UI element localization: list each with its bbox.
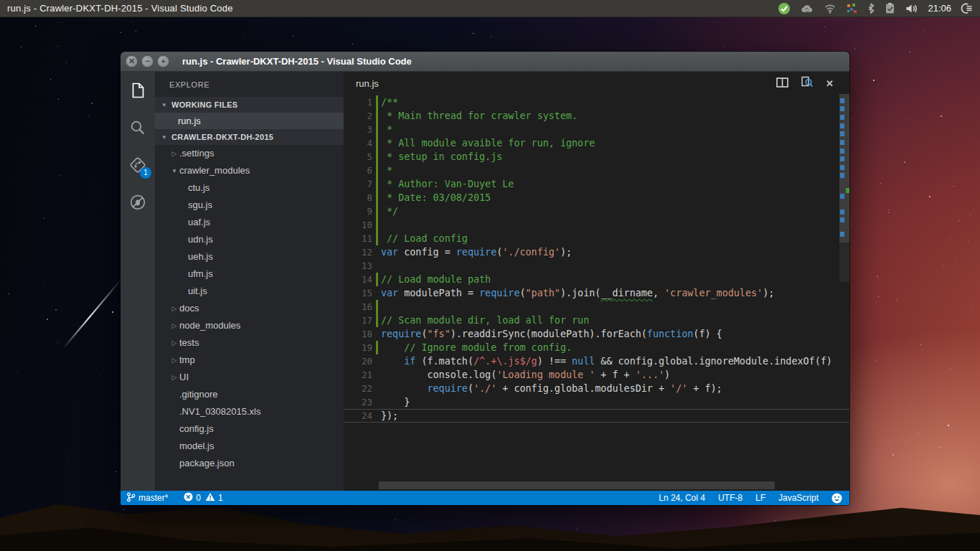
presence-check-icon[interactable]	[778, 2, 791, 15]
code-text: var config = require('./config');	[381, 247, 572, 258]
code-line-16[interactable]: 16	[344, 300, 849, 314]
code-line-14[interactable]: 14// Load module path	[344, 273, 849, 286]
line-number: 9	[344, 206, 372, 217]
split-editor-icon[interactable]	[776, 77, 788, 90]
code-text: * setup in config.js	[381, 151, 502, 162]
scrollbar-track-shade	[839, 242, 849, 282]
tree-folder-docs[interactable]: ▷docs	[155, 300, 344, 317]
tree-file-uaf.js[interactable]: uaf.js	[155, 214, 344, 231]
code-line-5[interactable]: 5 * setup in config.js	[344, 150, 849, 164]
activity-debug[interactable]	[121, 184, 155, 221]
tree-file-ufm.js[interactable]: ufm.js	[155, 265, 344, 283]
code-line-22[interactable]: 22 require('./' + config.global.modulesD…	[344, 382, 849, 395]
tree-item-label: .settings	[179, 145, 214, 162]
error-indicator[interactable]: 0	[184, 492, 201, 504]
activity-git[interactable]: 1	[121, 146, 155, 184]
horizontal-scrollbar[interactable]	[379, 481, 775, 489]
code-line-13[interactable]: 13	[344, 259, 849, 273]
tree-item-label: tmp	[179, 352, 195, 369]
tree-file-config.js[interactable]: config.js	[155, 420, 344, 438]
tree-folder-.settings[interactable]: ▷.settings	[155, 145, 344, 162]
code-line-20[interactable]: 20 if (f.match(/^.+\.js$/g) !== null && …	[344, 354, 849, 368]
clipboard-icon[interactable]	[885, 2, 895, 14]
bluetooth-icon[interactable]	[867, 2, 875, 14]
code-line-21[interactable]: 21 console.log('Loading module ' + f + '…	[344, 368, 849, 382]
eol-indicator[interactable]: LF	[755, 493, 765, 503]
gutter-change-indicator	[376, 300, 378, 314]
feedback-smiley-icon[interactable]	[831, 493, 842, 504]
tree-folder-UI[interactable]: ▷UI	[155, 369, 344, 386]
cloud-icon[interactable]	[800, 3, 814, 14]
code-line-23[interactable]: 23 }	[344, 395, 849, 409]
tree-file-ueh.js[interactable]: ueh.js	[155, 248, 344, 265]
git-branch-indicator[interactable]: master*	[126, 492, 168, 504]
code-line-12[interactable]: 12var config = require('./config');	[344, 245, 849, 259]
tree-file-uit.js[interactable]: uit.js	[155, 283, 344, 300]
code-line-1[interactable]: 1/**	[344, 95, 849, 109]
code-line-17[interactable]: 17// Scan module dir, load all for run	[344, 314, 849, 327]
code-line-18[interactable]: 18require("fs").readdirSync(modulePath).…	[344, 327, 849, 341]
warning-indicator[interactable]: 1	[205, 492, 223, 504]
editor-group: run.js ✕ 1/**2 * Main thread for crawler…	[344, 72, 849, 491]
tree-folder-tests[interactable]: ▷tests	[155, 334, 344, 352]
panel-window-title: run.js - Crawler-DKXT-DH-2015 - Visual S…	[7, 3, 233, 14]
cursor-position[interactable]: Ln 24, Col 4	[659, 493, 705, 503]
preview-icon[interactable]	[801, 76, 814, 91]
tree-file-sgu.js[interactable]: sgu.js	[155, 197, 344, 214]
code-line-7[interactable]: 7 * Author: Van-Duyet Le	[344, 177, 849, 191]
working-file-run.js[interactable]: run.js	[155, 113, 344, 129]
code-line-10[interactable]: 10	[344, 218, 849, 232]
tree-file-udn.js[interactable]: udn.js	[155, 231, 344, 248]
activity-explorer[interactable]	[121, 72, 155, 109]
tree-file-.NV1_03082015.xls[interactable]: .NV1_03082015.xls	[155, 403, 344, 420]
line-number: 5	[344, 151, 372, 162]
code-line-6[interactable]: 6 *	[344, 164, 849, 177]
code-line-11[interactable]: 11 // Load config	[344, 232, 849, 245]
activity-search[interactable]	[121, 109, 155, 146]
section-working-files[interactable]: ▾ WORKING FILES	[155, 97, 344, 113]
session-menu-icon[interactable]	[961, 2, 973, 14]
tree-folder-crawler_modules[interactable]: ▾crawler_modules	[155, 162, 344, 179]
clock[interactable]: 21:06	[928, 3, 951, 14]
overview-mark-blue	[840, 217, 844, 222]
code-line-9[interactable]: 9 */	[344, 204, 849, 218]
gutter-change-indicator	[376, 273, 378, 286]
code-lines[interactable]: 1/**2 * Main thread for crawler system.3…	[344, 95, 849, 423]
tree-folder-tmp[interactable]: ▷tmp	[155, 352, 344, 369]
close-editor-icon[interactable]: ✕	[826, 78, 834, 89]
gutter-change-indicator	[376, 314, 378, 327]
tree-file-model.js[interactable]: model.js	[155, 438, 344, 455]
window-title: run.js - Crawler-DKXT-DH-2015 - Visual S…	[182, 56, 412, 67]
file-label: run.js	[178, 113, 201, 129]
code-text: });	[381, 410, 398, 421]
tree-file-ctu.js[interactable]: ctu.js	[155, 179, 344, 197]
window-titlebar[interactable]: ✕ − + run.js - Crawler-DKXT-DH-2015 - Vi…	[121, 52, 849, 72]
section-project[interactable]: ▾ CRAWLER-DKXT-DH-2015	[155, 129, 344, 145]
volume-icon[interactable]	[905, 3, 918, 14]
code-text: console.log('Loading module ' + f + '...…	[381, 369, 670, 380]
encoding[interactable]: UTF-8	[718, 493, 743, 503]
code-line-4[interactable]: 4 * All module avaible for run, ignore	[344, 136, 849, 150]
code-line-2[interactable]: 2 * Main thread for crawler system.	[344, 109, 849, 123]
code-line-3[interactable]: 3 *	[344, 123, 849, 136]
overview-mark-blue	[840, 98, 844, 103]
language-mode[interactable]: JavaScript	[778, 493, 819, 503]
code-line-15[interactable]: 15var modulePath = require("path").join(…	[344, 286, 849, 300]
line-number: 15	[344, 288, 372, 298]
tree-file-.gitignore[interactable]: .gitignore	[155, 386, 344, 403]
code-line-19[interactable]: 19 // Ignore module from config.	[344, 341, 849, 354]
tree-file-package.json[interactable]: package.json	[155, 455, 344, 472]
tree-folder-node_modules[interactable]: ▷node_modules	[155, 317, 344, 334]
activity-bar: 1	[121, 72, 155, 491]
overview-mark-blue	[840, 106, 844, 111]
window-maximize-button[interactable]: +	[157, 55, 169, 67]
code-line-8[interactable]: 8 * Date: 03/08/2015	[344, 191, 849, 204]
wifi-icon[interactable]	[824, 3, 837, 14]
editor-tab-run-js[interactable]: run.js	[356, 78, 379, 89]
overview-ruler[interactable]	[839, 94, 849, 491]
variety-icon[interactable]	[846, 3, 857, 14]
code-line-24[interactable]: 24});	[344, 409, 849, 423]
gutter-change-indicator	[376, 409, 378, 423]
window-close-button[interactable]: ✕	[126, 55, 138, 67]
window-minimize-button[interactable]: −	[141, 55, 154, 67]
